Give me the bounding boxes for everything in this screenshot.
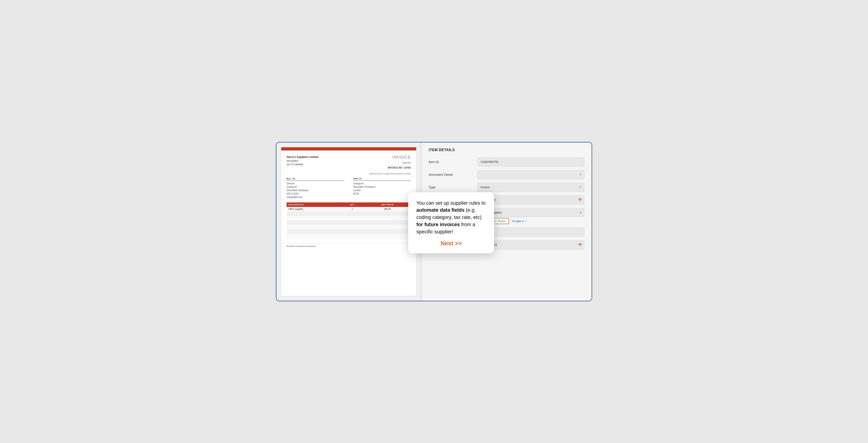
company-area: Shoreditch bbox=[287, 159, 318, 163]
document-owner-select[interactable]: ▼ bbox=[477, 170, 584, 179]
item-id-value: 14362380750 bbox=[480, 160, 498, 164]
table-cell-unit_price bbox=[364, 234, 411, 239]
app-frame: Harry's Supplies Limited Shoreditch 44 7… bbox=[276, 142, 592, 301]
table-cell-qty bbox=[341, 234, 364, 239]
chevron-down-icon-supplier: ▼ bbox=[579, 211, 582, 214]
bill-ship-section: BILL TO Director Orange AI Shoreditch Te… bbox=[287, 177, 411, 199]
company-phone: 44 772 456456 bbox=[287, 163, 318, 167]
invoice-no-value: 10702 bbox=[404, 166, 411, 169]
table-cell-qty bbox=[341, 211, 364, 216]
ship-line4: EC2V bbox=[353, 192, 411, 195]
type-value: Invoice bbox=[480, 185, 490, 189]
table-cell-description bbox=[287, 230, 341, 234]
bill-line4: 020 111222 bbox=[287, 192, 344, 195]
bill-to-label: BILL TO bbox=[287, 177, 344, 181]
table-cell-unit_price bbox=[364, 220, 411, 225]
item-id-label: Item ID bbox=[429, 160, 474, 164]
invoice-no: INVOICE NO. 10702 bbox=[388, 166, 411, 169]
invoice-date: 20/7/24 bbox=[388, 162, 411, 165]
company-info: Harry's Supplies Limited Shoreditch 44 7… bbox=[287, 155, 318, 167]
bill-to-block: BILL TO Director Orange AI Shoreditch Te… bbox=[287, 177, 344, 199]
invoice-header-bar bbox=[281, 147, 416, 150]
ship-to-label: SHIP TO bbox=[353, 177, 411, 181]
table-cell-description bbox=[287, 234, 341, 239]
invoice-footer: Remarks / Payment Instructions: bbox=[287, 243, 411, 247]
table-cell-unit_price bbox=[364, 230, 411, 234]
external-link-icon: ↗ bbox=[525, 219, 527, 223]
table-cell-description: Office supplies bbox=[287, 207, 341, 211]
table-cell-unit_price bbox=[364, 211, 411, 216]
table-cell-unit_price bbox=[364, 216, 411, 220]
bill-line5: orange@ai.com bbox=[287, 195, 344, 199]
table-cell-qty bbox=[341, 225, 364, 230]
item-id-input[interactable]: 14362380750 bbox=[477, 158, 584, 167]
table-cell-qty bbox=[341, 216, 364, 220]
invoice-no-label: INVOICE NO. bbox=[388, 166, 403, 169]
col-unit-price: UNIT PRICE bbox=[364, 202, 411, 207]
invoice-title: INVOICE bbox=[388, 155, 411, 160]
chevron-down-icon: ▼ bbox=[579, 173, 582, 176]
ship-line3: London bbox=[353, 189, 411, 192]
bill-line3: Shoreditch Techspace bbox=[287, 189, 344, 192]
table-row bbox=[287, 216, 411, 220]
type-label: Type bbox=[429, 185, 474, 189]
payment-terms: Payment terms 14 days from receipt of in… bbox=[287, 173, 411, 175]
tooltip-overlay: You can set up supplier rules to automat… bbox=[408, 192, 494, 253]
table-cell-description bbox=[287, 211, 341, 216]
table-cell-qty bbox=[341, 230, 364, 234]
col-qty: QTY bbox=[341, 202, 364, 207]
type-row: Type Invoice ▼ bbox=[429, 183, 584, 192]
item-id-row: Item ID 14362380750 bbox=[429, 158, 584, 167]
google-it-label: Google It bbox=[512, 219, 524, 223]
tooltip-bold1: automate data fields bbox=[416, 207, 465, 213]
table-cell-unit_price: 208.40 bbox=[364, 207, 411, 211]
table-cell-unit_price bbox=[364, 225, 411, 230]
bill-line1: Director bbox=[287, 182, 344, 185]
type-select[interactable]: Invoice ▼ bbox=[477, 183, 584, 192]
table-cell-qty: 1 bbox=[341, 207, 364, 211]
invoice-document: Harry's Supplies Limited Shoreditch 44 7… bbox=[281, 147, 416, 296]
document-owner-row: Document Owner ▼ bbox=[429, 170, 584, 179]
google-it-link[interactable]: Google It ↗ bbox=[512, 219, 527, 223]
table-cell-description bbox=[287, 225, 341, 230]
table-row bbox=[287, 225, 411, 230]
table-row bbox=[287, 211, 411, 216]
invoice-top: Harry's Supplies Limited Shoreditch 44 7… bbox=[287, 155, 411, 169]
ship-line1: Orange AI bbox=[353, 182, 411, 185]
left-panel-invoice: Harry's Supplies Limited Shoreditch 44 7… bbox=[276, 142, 421, 301]
table-row: Office supplies1208.40 bbox=[287, 207, 411, 211]
item-details-title: ITEM DETAILS bbox=[429, 148, 584, 152]
table-row bbox=[287, 230, 411, 234]
invoice-content: Harry's Supplies Limited Shoreditch 44 7… bbox=[281, 150, 416, 252]
tooltip-next-button[interactable]: Next >> bbox=[416, 240, 486, 247]
table-cell-description bbox=[287, 216, 341, 220]
document-owner-label: Document Owner bbox=[429, 173, 474, 176]
table-cell-qty bbox=[341, 220, 364, 225]
invoice-title-block: INVOICE 20/7/24 INVOICE NO. 10702 bbox=[388, 155, 411, 169]
company-name: Harry's Supplies Limited bbox=[287, 155, 318, 159]
tooltip-bold2: for future invoices bbox=[416, 222, 460, 227]
chevron-down-icon-type: ▼ bbox=[579, 186, 582, 189]
bill-line2: Orange AI bbox=[287, 185, 344, 189]
calendar-icon-due: 📅 bbox=[578, 243, 582, 246]
ship-line2: Shoreditch Techspace bbox=[353, 185, 411, 189]
calendar-icon: 📅 bbox=[578, 198, 582, 202]
tooltip-text: You can set up supplier rules to automat… bbox=[416, 200, 486, 235]
ship-to-block: SHIP TO Orange AI Shoreditch Techspace L… bbox=[353, 177, 411, 199]
main-layout: Harry's Supplies Limited Shoreditch 44 7… bbox=[276, 142, 592, 301]
col-description: DESCRIPTION bbox=[287, 202, 341, 207]
invoice-table: DESCRIPTION QTY UNIT PRICE Office suppli… bbox=[287, 202, 411, 239]
table-row bbox=[287, 234, 411, 239]
table-cell-description bbox=[287, 220, 341, 225]
table-row bbox=[287, 220, 411, 225]
tooltip-box: You can set up supplier rules to automat… bbox=[408, 192, 494, 253]
